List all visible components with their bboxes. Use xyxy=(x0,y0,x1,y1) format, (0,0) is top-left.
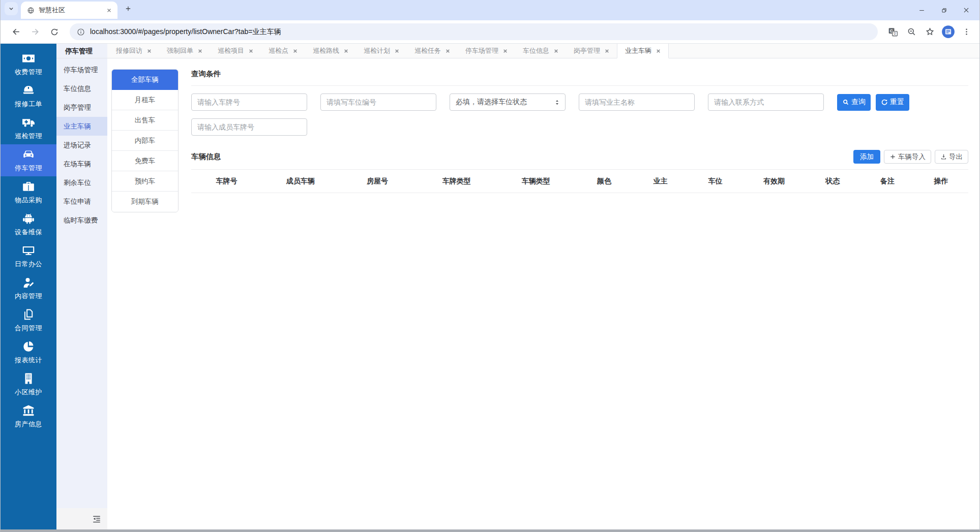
vehicle-type-tab[interactable]: 到期车辆 xyxy=(112,192,178,212)
submenu-item[interactable]: 业主车辆 xyxy=(56,117,107,136)
tab-close-icon[interactable] xyxy=(344,49,348,53)
tab-close-icon[interactable] xyxy=(104,6,113,15)
submenu-item[interactable]: 在场车辆 xyxy=(56,154,107,173)
primary-sidebar: 收费管理 报修工单 巡检管理 停车管理 xyxy=(1,44,56,529)
repair-helmet-icon xyxy=(22,84,35,97)
back-button[interactable] xyxy=(8,24,24,40)
divider xyxy=(191,85,968,86)
tab-close-icon[interactable] xyxy=(554,49,558,53)
info-icon[interactable] xyxy=(77,28,85,36)
submenu-item[interactable]: 岗亭管理 xyxy=(56,98,107,117)
page-tab[interactable]: 车位信息 xyxy=(515,44,566,58)
sidebar-item[interactable]: 停车管理 xyxy=(1,144,56,176)
restore-button[interactable] xyxy=(933,0,955,20)
url-bar[interactable]: localhost:3000/#/pages/property/listOwne… xyxy=(70,23,878,40)
tab-close-icon[interactable] xyxy=(147,49,152,53)
page-tab[interactable]: 巡检任务 xyxy=(407,44,458,58)
sidebar-item[interactable]: 收费管理 xyxy=(1,48,56,80)
parking-space-number-input[interactable] xyxy=(320,93,436,111)
page-tab[interactable]: 巡检路线 xyxy=(305,44,356,58)
secondary-sidebar: 停车管理 停车场管理 车位信息 岗亭管理 业主车辆 xyxy=(56,44,107,529)
contact-input[interactable] xyxy=(708,93,824,111)
page-tab[interactable]: 停车场管理 xyxy=(458,44,515,58)
navbar-right-icons: G文 xyxy=(885,24,974,40)
pie-chart-icon xyxy=(22,340,35,353)
add-button[interactable]: 添加 xyxy=(853,150,880,164)
page-tab[interactable]: 强制回单 xyxy=(159,44,210,58)
sidebar-item[interactable]: 巡检管理 xyxy=(1,112,56,144)
tab-close-icon[interactable] xyxy=(395,49,399,53)
query-row-2 xyxy=(191,118,968,136)
page-tab[interactable]: 业主车辆 xyxy=(617,44,669,58)
query-section-title: 查询条件 xyxy=(191,69,968,79)
bookmark-star-icon[interactable] xyxy=(922,24,938,40)
tab-close-icon[interactable] xyxy=(503,49,508,53)
minimize-button[interactable] xyxy=(910,0,933,20)
submenu-item[interactable]: 进场记录 xyxy=(56,136,107,154)
tab-close-icon[interactable] xyxy=(293,49,298,53)
table-column-header: 备注 xyxy=(861,177,914,186)
table-column-header: 车辆类型 xyxy=(497,177,574,186)
vehicle-info-title: 车辆信息 xyxy=(191,152,221,162)
table-column-header: 车牌类型 xyxy=(416,177,497,186)
page-tab[interactable]: 巡检点 xyxy=(261,44,305,58)
sidebar-item[interactable]: 合同管理 xyxy=(1,304,56,336)
vehicle-import-button[interactable]: 车辆导入 xyxy=(884,150,931,164)
page-tab[interactable]: 巡检项目 xyxy=(210,44,261,58)
tab-close-icon[interactable] xyxy=(446,49,450,53)
sidebar-item[interactable]: 日常办公 xyxy=(1,240,56,272)
tab-close-icon[interactable] xyxy=(198,49,202,53)
sidebar-item[interactable]: 设备维保 xyxy=(1,208,56,240)
sidebar-item[interactable]: 报修工单 xyxy=(1,80,56,112)
user-edit-icon xyxy=(22,276,35,289)
zoom-out-icon[interactable] xyxy=(903,24,919,40)
globe-icon xyxy=(27,7,35,14)
submenu-item[interactable]: 临时车缴费 xyxy=(56,211,107,230)
plate-number-input[interactable] xyxy=(191,93,307,111)
tab-close-icon[interactable] xyxy=(249,49,253,53)
vehicle-type-tab[interactable]: 内部车 xyxy=(112,131,178,151)
menu-dots-icon[interactable] xyxy=(958,24,974,40)
reset-button[interactable]: 重置 xyxy=(876,94,909,111)
vehicle-type-tab[interactable]: 出售车 xyxy=(112,110,178,131)
export-button[interactable]: 导出 xyxy=(935,150,968,164)
tab-close-icon[interactable] xyxy=(605,49,609,53)
submenu-item[interactable]: 车位信息 xyxy=(56,79,107,98)
tab-close-icon[interactable] xyxy=(656,49,661,53)
browser-window: 智慧社区 localhost:3000/#/pages/property/lis… xyxy=(0,0,980,532)
page-tab[interactable]: 报修回访 xyxy=(108,44,159,58)
member-plate-number-input[interactable] xyxy=(191,118,307,136)
plus-icon xyxy=(889,153,896,160)
forward-button[interactable] xyxy=(27,24,43,40)
new-tab-button[interactable] xyxy=(122,2,135,15)
collapse-sidebar-icon[interactable] xyxy=(92,514,101,523)
sidebar-item[interactable]: 报表统计 xyxy=(1,336,56,368)
extension-avatar-icon[interactable] xyxy=(940,24,956,40)
vehicle-type-tab[interactable]: 全部车辆 xyxy=(112,70,178,90)
page-tab[interactable]: 岗亭管理 xyxy=(566,44,617,58)
close-button[interactable] xyxy=(955,0,977,20)
sidebar-item[interactable]: 内容管理 xyxy=(1,272,56,304)
vehicle-info-header: 车辆信息 添加 车辆导入 导出 xyxy=(191,150,968,164)
tab-search-chevron-button[interactable] xyxy=(5,2,18,15)
vehicle-type-tab[interactable]: 免费车 xyxy=(112,151,178,171)
sidebar-item[interactable]: 小区维护 xyxy=(1,368,56,400)
briefcase-icon xyxy=(22,180,35,193)
translate-icon[interactable]: G文 xyxy=(885,24,901,40)
submenu-item[interactable]: 剩余车位 xyxy=(56,173,107,192)
table-column-header: 业主 xyxy=(634,177,687,186)
submenu-item[interactable]: 停车场管理 xyxy=(56,60,107,79)
refresh-icon xyxy=(881,99,888,106)
parking-space-status-select[interactable]: 必填，请选择车位状态 xyxy=(450,93,566,111)
browser-tab[interactable]: 智慧社区 xyxy=(21,2,117,19)
sidebar-item[interactable]: 房产信息 xyxy=(1,400,56,432)
sidebar-item[interactable]: 物品采购 xyxy=(1,176,56,208)
refresh-button[interactable] xyxy=(46,24,63,40)
search-button[interactable]: 查询 xyxy=(837,94,871,111)
vehicle-type-tab[interactable]: 预约车 xyxy=(112,171,178,192)
owner-name-input[interactable] xyxy=(579,93,695,111)
submenu-item[interactable]: 车位申请 xyxy=(56,192,107,211)
app-frame: 收费管理 报修工单 巡检管理 停车管理 xyxy=(1,44,979,529)
vehicle-type-tab[interactable]: 月租车 xyxy=(112,90,178,110)
page-tab[interactable]: 巡检计划 xyxy=(356,44,407,58)
